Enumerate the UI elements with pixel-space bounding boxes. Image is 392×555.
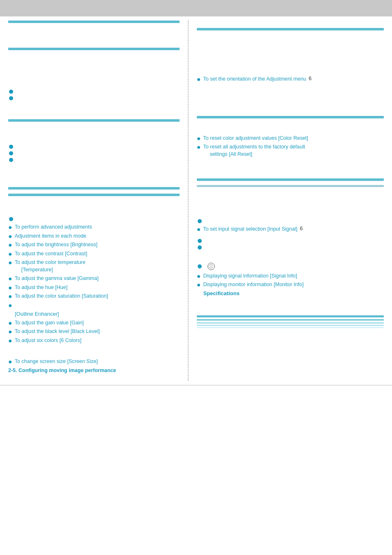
right-sec2: ● To reset color adjustment values [Colo… bbox=[197, 116, 384, 172]
bullet-input-signal: ● To set input signal selection [Input S… bbox=[197, 226, 384, 233]
bullet-gain: ● To adjust the gain value [Gain] bbox=[8, 319, 180, 327]
bullet-text: To adjust the black level [Black Level] bbox=[15, 328, 100, 335]
bullet-text: To change screen size [Screen Size] bbox=[15, 358, 98, 365]
right-band-4 bbox=[197, 325, 384, 326]
bullet-text: To adjust six colors [6 Colors] bbox=[15, 337, 82, 345]
dot-bullet-3 bbox=[9, 145, 13, 149]
right-band-1 bbox=[197, 315, 384, 317]
left-column: ● To perform advanced adjustments ● Adju… bbox=[8, 21, 189, 381]
left-sec4: ● To perform advanced adjustments ● Adju… bbox=[8, 213, 180, 352]
page-wrapper: ● To perform advanced adjustments ● Adju… bbox=[0, 0, 392, 386]
bottom-divider bbox=[0, 385, 392, 386]
right-header-3a bbox=[197, 178, 384, 181]
left-sec5: ● To change screen size [Screen Size] 2-… bbox=[8, 358, 180, 374]
bullet-text: To adjust the hue [Hue] bbox=[15, 284, 68, 291]
dot-bullet-1 bbox=[9, 90, 13, 94]
dot-bullet-r3 bbox=[198, 245, 202, 250]
gray-band-1 bbox=[197, 185, 384, 187]
bullet-text: Displaying signal information [Signal In… bbox=[203, 273, 297, 280]
section-header-3 bbox=[8, 187, 180, 190]
bullet-text: To adjust the gain value [Gain] bbox=[15, 319, 84, 327]
bullet-text: To adjust the gamma value [Gamma] bbox=[15, 275, 99, 282]
left-sec2 bbox=[8, 65, 180, 130]
bold-footer-text: 2-5. Configuring moving image performanc… bbox=[8, 367, 116, 375]
bullet-hue: ● To adjust the hue [Hue] bbox=[8, 284, 180, 291]
bullet-temperature: ● To adjust the color temperature[Temper… bbox=[8, 259, 180, 273]
right-sec1: ● To set the orientation of the Adjustme… bbox=[197, 21, 384, 109]
dot-bullet-r1 bbox=[198, 219, 202, 223]
bullet-orientation: ● To set the orientation of the Adjustme… bbox=[197, 76, 384, 83]
right-sec5: ⓘ ● Displaying signal information [Signa… bbox=[197, 263, 384, 309]
right-band-3 bbox=[197, 322, 384, 324]
section-header-1b bbox=[8, 48, 180, 50]
page-number: 6 bbox=[309, 76, 311, 81]
right-sec3 bbox=[197, 178, 384, 209]
bullet-gamma: ● To adjust the gamma value [Gamma] bbox=[8, 275, 180, 282]
dot-bullet-2 bbox=[9, 96, 13, 100]
right-band-5 bbox=[197, 327, 384, 328]
section-bold-footer: 2-5. Configuring moving image performanc… bbox=[8, 367, 180, 375]
right-bottom-bands bbox=[197, 315, 384, 328]
left-sec1 bbox=[8, 21, 180, 58]
section-header-3b bbox=[8, 194, 180, 196]
dot-bullet-4 bbox=[9, 151, 13, 155]
bullet-six-colors: ● To adjust six colors [6 Colors] bbox=[8, 337, 180, 345]
dot-bullet-5 bbox=[9, 158, 13, 162]
bullet-adjustment-items: ● Adjustment items in each mode bbox=[8, 233, 180, 240]
right-header-1 bbox=[197, 28, 384, 30]
page-number: 6 bbox=[300, 226, 303, 231]
bullet-text: To adjust the color saturation [Saturati… bbox=[15, 293, 108, 300]
right-column: ● To set the orientation of the Adjustme… bbox=[189, 21, 384, 381]
bullet-text: Displaying monitor information [Monitor … bbox=[203, 281, 304, 289]
bullet-text: To adjust the contrast [Contrast] bbox=[15, 250, 87, 258]
dot-bullet-r4 bbox=[198, 264, 202, 268]
outline-enhancer-text: [Outline Enhancer] bbox=[15, 311, 59, 317]
bullet-text: Adjustment items in each mode bbox=[15, 233, 86, 240]
bullet-black-level: ● To adjust the black level [Black Level… bbox=[8, 328, 180, 335]
right-sec4: ● To set input signal selection [Input S… bbox=[197, 216, 384, 256]
bullet-text: To perform advanced adjustments bbox=[15, 224, 92, 231]
dot-bullet-r2 bbox=[198, 239, 202, 243]
right-header-2 bbox=[197, 116, 384, 118]
bullet-saturation: ● To adjust the color saturation [Satura… bbox=[8, 293, 180, 300]
bullet-text: To adjust the brightness [Brightness] bbox=[15, 241, 98, 249]
dot-bullet-6 bbox=[9, 217, 13, 221]
specifications-link[interactable]: Specifications bbox=[203, 290, 240, 296]
main-content: ● To perform advanced adjustments ● Adju… bbox=[0, 21, 392, 381]
section-header-1 bbox=[8, 21, 180, 23]
bullet-text: To set input signal selection [Input Sig… bbox=[203, 226, 297, 233]
dot-bullet-outline: ● bbox=[8, 302, 12, 309]
bullet-all-reset: ● To reset all adjustments to the factor… bbox=[197, 143, 384, 158]
bullet-signal-info: ● Displaying signal information [Signal … bbox=[197, 273, 384, 280]
bullet-monitor-info: ● Displaying monitor information [Monito… bbox=[197, 281, 384, 289]
bullet-color-reset: ● To reset color adjustment values [Colo… bbox=[197, 135, 384, 142]
bullet-text: To reset color adjustment values [Color … bbox=[203, 135, 308, 142]
bullet-screen-size: ● To change screen size [Screen Size] bbox=[8, 358, 180, 365]
right-band-2 bbox=[197, 319, 384, 321]
section-header-2 bbox=[8, 119, 180, 122]
bullet-advanced-adjustments: ● To perform advanced adjustments bbox=[8, 224, 180, 231]
bullet-text: To set the orientation of the Adjustment… bbox=[203, 76, 306, 83]
bullet-brightness: ● To adjust the brightness [Brightness] bbox=[8, 241, 180, 249]
left-sec3 bbox=[8, 136, 180, 206]
top-bar bbox=[0, 0, 392, 16]
info-icon: ⓘ bbox=[208, 263, 215, 270]
bullet-contrast: ● To adjust the contrast [Contrast] bbox=[8, 250, 180, 258]
bullet-text: To adjust the color temperature[Temperat… bbox=[15, 259, 85, 273]
bullet-text: To reset all adjustments to the factory … bbox=[203, 143, 305, 158]
